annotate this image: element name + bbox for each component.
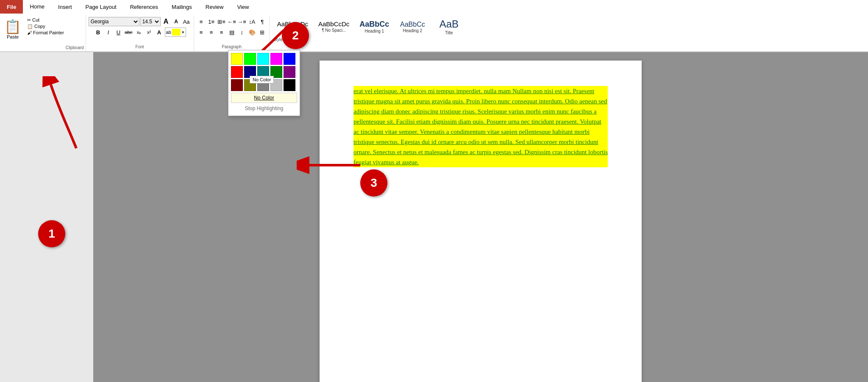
- format-painter-button[interactable]: 🖌 Format Painter: [25, 30, 66, 36]
- clipboard-small-buttons: ✂ Cut 📋 Copy 🖌 Format Painter: [25, 17, 66, 36]
- app-window: File Home Insert Page Layout References …: [0, 0, 868, 382]
- shading-button[interactable]: 🎨: [248, 28, 257, 37]
- paste-label: Paste: [7, 34, 19, 39]
- tab-file[interactable]: File: [0, 0, 23, 14]
- document-area[interactable]: erat vel elerisque. At ultrices mi tempu…: [93, 52, 868, 382]
- style-h2-preview: AaBbCc: [400, 20, 425, 28]
- style-h1-label: Heading 1: [365, 29, 384, 33]
- style-nospacing-preview: AaBbCcDc: [318, 20, 349, 28]
- document-page: erat vel elerisque. At ultrices mi tempu…: [320, 61, 642, 382]
- font-group: Georgia 14.5 A A Aa B I U abe x₂ x²: [86, 15, 194, 51]
- line-spacing-button[interactable]: ↕: [237, 28, 247, 37]
- paragraph-group: ≡ 1≡ ⊞≡ ←≡ →≡ ↕A ¶ ≡ ≡ ≡ ▤ ↕ 🎨 ⊞ P: [194, 15, 270, 51]
- color-black[interactable]: [284, 79, 295, 91]
- paragraph-group-label: Paragraph: [222, 44, 242, 50]
- highlight-icon: ab: [165, 30, 172, 35]
- style-no-spacing[interactable]: AaBbCcDc ¶ No Spaci...: [314, 19, 353, 34]
- italic-button[interactable]: I: [104, 28, 113, 37]
- color-grid: [231, 53, 297, 91]
- style-nospacing-label: ¶ No Spaci...: [322, 28, 346, 33]
- style-h1-preview: AaBbCc: [359, 20, 389, 29]
- color-maroon[interactable]: [231, 79, 243, 91]
- para-row2: ≡ ≡ ≡ ▤ ↕ 🎨 ⊞: [197, 28, 267, 37]
- justify-button[interactable]: ▤: [227, 28, 236, 37]
- styles-group: AaBbCcDc ¶ Normal AaBbCcDc ¶ No Spaci...…: [270, 15, 868, 51]
- color-cyan[interactable]: [257, 53, 269, 65]
- document-text: erat vel elerisque. At ultrices mi tempu…: [353, 86, 608, 167]
- font-color-button[interactable]: A: [155, 28, 164, 37]
- styles-group-label: Styles: [273, 36, 865, 42]
- color-purple[interactable]: [284, 66, 295, 78]
- highlight-dropdown-arrow[interactable]: ▼: [181, 30, 186, 34]
- style-heading1[interactable]: AaBbCc Heading 1: [356, 19, 393, 35]
- tab-home[interactable]: Home: [23, 0, 51, 14]
- borders-button[interactable]: ⊞: [258, 28, 267, 37]
- color-yellow[interactable]: [231, 53, 243, 65]
- paste-button[interactable]: 📋 Paste: [2, 16, 24, 43]
- style-title[interactable]: AaB Title: [432, 17, 466, 36]
- no-color-button[interactable]: No Color: [231, 93, 297, 103]
- font-shrink-button[interactable]: A: [172, 17, 181, 26]
- font-color-icon: A: [157, 29, 161, 36]
- align-center-button[interactable]: ≡: [207, 28, 216, 37]
- color-blue[interactable]: [284, 53, 295, 65]
- stop-highlighting-button[interactable]: Stop Highlighting: [231, 104, 297, 113]
- style-h2-label: Heading 2: [403, 28, 423, 33]
- color-red[interactable]: [231, 66, 243, 78]
- copy-button[interactable]: 📋 Copy: [25, 23, 66, 30]
- para-row1: ≡ 1≡ ⊞≡ ←≡ →≡ ↕A ¶: [197, 17, 267, 26]
- clipboard-group: 📋 Paste ✂ Cut 📋 Copy 🖌 Format Painter Cl…: [0, 15, 86, 51]
- subscript-button[interactable]: x₂: [134, 28, 144, 37]
- font-group-label: Font: [136, 44, 144, 50]
- styles-row: AaBbCcDc ¶ Normal AaBbCcDc ¶ No Spaci...…: [273, 17, 865, 36]
- clipboard-group-label: Clipboard: [66, 44, 84, 50]
- sort-button[interactable]: ↕A: [248, 17, 257, 26]
- cut-button[interactable]: ✂ Cut: [25, 17, 66, 23]
- font-row2: B I U abe x₂ x² A ab ▼: [94, 28, 186, 37]
- main-area: erat vel elerisque. At ultrices mi tempu…: [0, 52, 868, 382]
- align-left-button[interactable]: ≡: [197, 28, 206, 37]
- color-green[interactable]: [244, 53, 256, 65]
- underline-button[interactable]: U: [114, 28, 123, 37]
- no-color-tooltip: No Color: [250, 76, 274, 83]
- tab-review[interactable]: Review: [199, 0, 231, 14]
- font-row1: Georgia 14.5 A A Aa: [89, 17, 191, 26]
- font-grow-button[interactable]: A: [161, 17, 171, 26]
- highlight-color-button[interactable]: ab ▼: [165, 28, 186, 37]
- annotation-3-number: 3: [370, 176, 377, 190]
- decrease-indent-button[interactable]: ←≡: [227, 17, 236, 26]
- tab-mailings[interactable]: Mailings: [165, 0, 199, 14]
- left-sidebar: [0, 52, 93, 382]
- strikethrough-button[interactable]: abe: [124, 28, 134, 37]
- annotation-3: 3: [360, 169, 387, 197]
- style-title-label: Title: [445, 30, 453, 35]
- ribbon-tabs: File Home Insert Page Layout References …: [0, 0, 868, 14]
- color-picker-popup: No Color Stop Highlighting No Color: [228, 52, 300, 116]
- bullets-button[interactable]: ≡: [197, 17, 206, 26]
- tab-page-layout[interactable]: Page Layout: [79, 0, 123, 14]
- style-title-preview: AaB: [440, 18, 459, 30]
- numbering-button[interactable]: 1≡: [207, 17, 216, 26]
- font-family-select[interactable]: Georgia: [89, 17, 139, 26]
- font-size-select[interactable]: 14.5: [140, 17, 161, 26]
- style-heading2[interactable]: AaBbCc Heading 2: [395, 19, 429, 34]
- color-magenta[interactable]: [270, 53, 282, 65]
- tab-references[interactable]: References: [123, 0, 165, 14]
- aa-button[interactable]: Aa: [182, 17, 191, 26]
- tab-insert[interactable]: Insert: [51, 0, 79, 14]
- bold-button[interactable]: B: [94, 28, 103, 37]
- highlight-sample: [172, 29, 181, 36]
- tab-view[interactable]: View: [230, 0, 256, 14]
- superscript-button[interactable]: x²: [145, 28, 154, 37]
- align-right-button[interactable]: ≡: [217, 28, 226, 37]
- show-formatting-button[interactable]: ¶: [258, 17, 267, 26]
- paste-icon: 📋: [4, 20, 21, 33]
- ribbon: 📋 Paste ✂ Cut 📋 Copy 🖌 Format Painter Cl…: [0, 14, 868, 52]
- ribbon-content: 📋 Paste ✂ Cut 📋 Copy 🖌 Format Painter Cl…: [0, 14, 868, 52]
- multilevel-list-button[interactable]: ⊞≡: [217, 17, 226, 26]
- increase-indent-button[interactable]: →≡: [237, 17, 247, 26]
